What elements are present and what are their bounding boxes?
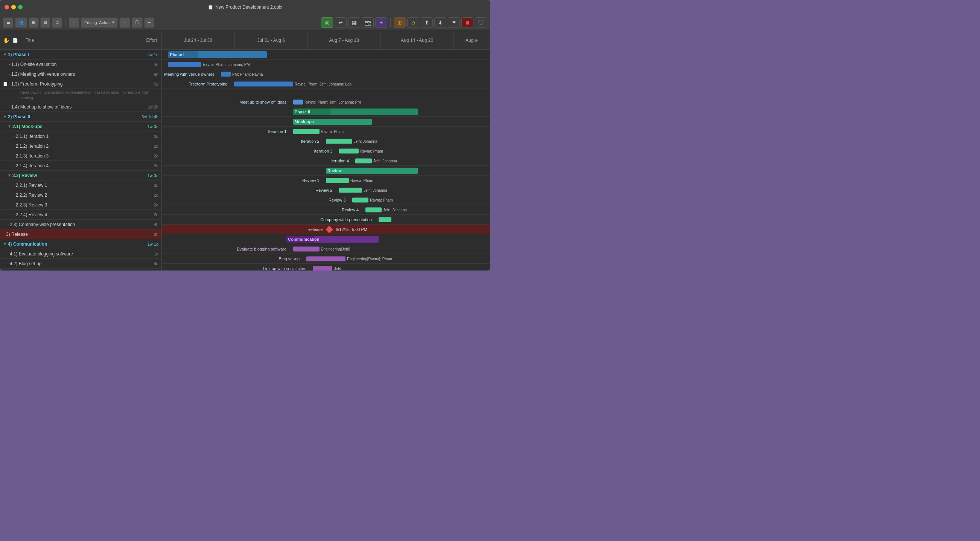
view-split-button[interactable]: ⊡ [52, 18, 62, 28]
gantt-bar[interactable] [352, 198, 369, 202]
gantt-chart: Phase IOn-site evaluationRavna; Pham; Jo… [162, 50, 490, 270]
milestone-row[interactable]: 3) Release 0h [0, 230, 161, 239]
expand-icon[interactable]: ⊕ [474, 38, 478, 43]
bar-label: Iteration 4 [331, 159, 349, 163]
arrow-right-icon: → [123, 20, 127, 25]
task-row[interactable]: • 4.3) Link up with social sites 1d [0, 269, 161, 270]
task-list: ▼ 1) Phase I 4w 1d • 1.1) On-site evalua… [0, 50, 162, 270]
task-row[interactable]: • 1.2) Meeting with venue owners 6h [0, 69, 161, 79]
gantt-bar[interactable] [293, 129, 320, 134]
task-row[interactable]: 📄 • 1.3) Freeform Prototyping 3w [0, 79, 161, 89]
gantt-row: On-site evaluationRavna; Pham; Johanna; … [162, 59, 490, 69]
collapse-triangle[interactable]: ▼ [3, 242, 7, 246]
nav-right-button[interactable]: → [119, 18, 130, 28]
week-header-3: Aug 7 - Aug 13 [308, 31, 381, 49]
main-area: ✋ 📄 Title Effort Jul 24 - Jul 30 Jul 31 … [0, 31, 490, 270]
gantt-bar[interactable] [221, 72, 231, 77]
resource-label: Jefri; Johanna [383, 207, 407, 212]
diamond-button[interactable]: ◇ [407, 18, 419, 28]
gantt-bar[interactable] [313, 266, 332, 270]
gantt-bar[interactable] [293, 246, 320, 251]
gantt-week-headers: Jul 24 - Jul 30 Jul 31 - Aug 6 Aug 7 - A… [162, 31, 490, 49]
nav-left-button[interactable]: ← [68, 18, 80, 28]
gantt-bar[interactable] [306, 256, 346, 261]
network-icon: ⊟ [44, 20, 47, 25]
gantt-button[interactable]: ⇌ [334, 18, 347, 28]
collapse-triangle[interactable]: ▼ [8, 124, 11, 128]
gantt-bar[interactable] [355, 158, 372, 163]
task-row[interactable]: • 2.2.2) Review 2 2d [0, 190, 161, 200]
gantt-icon: ⇌ [338, 19, 343, 26]
gantt-row: Blog set-upEngineering[Ravna]; Pham [162, 254, 490, 264]
toolbar-sep-2 [390, 18, 391, 27]
gantt-bar[interactable] [293, 99, 303, 104]
filter-button[interactable]: ⊸ [144, 18, 154, 28]
gantt-bar[interactable] [379, 217, 392, 222]
close-button[interactable] [5, 5, 9, 10]
view-outline-button[interactable]: ☰ [3, 18, 14, 28]
task-row[interactable]: • 4.2) Blog set-up 4d [0, 259, 161, 269]
task-row[interactable]: • 2.1.1) Iteration 1 2d [0, 131, 161, 141]
upload-button[interactable]: ⬆ [421, 18, 433, 28]
task-row[interactable]: • 2.2.4) Review 4 2d [0, 210, 161, 220]
collapse-triangle[interactable]: ▼ [3, 53, 7, 56]
calendar-button[interactable]: ▦ [348, 18, 360, 28]
task-row[interactable]: ▼ 2) Phase II 3w 1d 4h [0, 112, 161, 122]
resource-button[interactable]: ◎ [321, 18, 333, 28]
task-row[interactable]: ▼ 1) Phase I 4w 1d [0, 50, 161, 59]
gantt-bar[interactable] [168, 62, 201, 67]
gantt-row: Phase I [162, 50, 490, 59]
task-row[interactable]: • 2.1.2) Iteration 2 2d [0, 141, 161, 151]
header-strip: ✋ 📄 Title Effort Jul 24 - Jul 30 Jul 31 … [0, 31, 490, 50]
task-row[interactable]: • 2.1.4) Iteration 4 2d [0, 161, 161, 171]
bullet-icon: • [14, 184, 15, 187]
actions-button[interactable]: ✦ [375, 18, 387, 28]
milestone-date-label: 8/12/16, 5:00 PM [336, 227, 368, 232]
task-row[interactable]: • 2.3) Company-wide presentation 4h [0, 220, 161, 230]
gantt-bar[interactable] [234, 81, 293, 86]
bullet-icon: • [8, 262, 9, 265]
editing-dropdown[interactable]: Editing: Actual ▾ [81, 18, 118, 28]
gantt-bar[interactable] [326, 178, 349, 183]
app-window: 📋 New Product Development 2.oplx ☰ 👥 ⊞ ⊟… [0, 0, 490, 270]
gantt-bar[interactable] [326, 139, 352, 144]
title-icon: 📋 [208, 5, 213, 10]
download-button[interactable]: ⬇ [434, 18, 446, 28]
bullet-icon: • [14, 164, 15, 167]
flag-icon: ⚑ [452, 19, 457, 26]
gantt-row: Review 2Jefri; Johanna [162, 185, 490, 195]
task-row[interactable]: • 2.1.3) Iteration 3 2d [0, 151, 161, 161]
collapse-triangle[interactable]: ▼ [8, 173, 11, 177]
info-button[interactable]: ⓘ [132, 18, 143, 28]
resource-label: PM; Pham; Ravna [232, 72, 262, 76]
gantt-row: Meet up to show off ideasRavna; Pham; Je… [162, 97, 490, 107]
view-network-button[interactable]: ⊟ [40, 18, 51, 28]
task-row[interactable]: ▼ 4) Communication 1w 1d [0, 239, 161, 249]
maximize-button[interactable] [18, 5, 22, 10]
bullet-icon: • [8, 252, 9, 255]
task-row[interactable]: • 2.2.3) Review 3 2d [0, 200, 161, 210]
gantt-bar[interactable] [339, 188, 362, 193]
camera-button[interactable]: 📷 [362, 18, 374, 28]
task-row[interactable]: • 1.4) Meet up to show off ideas 1d 2h [0, 102, 161, 112]
task-row[interactable]: • 2.2.1) Review 1 2d [0, 180, 161, 190]
stop-button[interactable]: ⏹ [461, 18, 473, 28]
flag-button[interactable]: ⚑ [448, 18, 460, 28]
minimize-button[interactable] [11, 5, 16, 10]
view-grid-button[interactable]: ⊞ [29, 18, 39, 28]
task-row[interactable]: ▼ 2.2) Review 1w 3d [0, 171, 161, 180]
gantt-row: Release8/12/16, 5:00 PM [162, 225, 490, 235]
collapse-triangle[interactable]: ▼ [3, 115, 7, 119]
view-team-button[interactable]: 👥 [15, 18, 27, 28]
task-row[interactable]: • 4.1) Evaluate blogging software 1d [0, 249, 161, 259]
task-row[interactable]: • 1.1) On-site evaluation 4d [0, 59, 161, 69]
task-row[interactable]: ▼ 2.1) Mock-ups 1w 3d [0, 122, 161, 131]
bar-label: Review 1 [302, 178, 319, 183]
gantt-bar[interactable] [339, 148, 359, 153]
help-button[interactable]: ⓘ [475, 18, 487, 28]
bar-label: Review 3 [329, 198, 345, 202]
table-view-button[interactable]: ⊞ [394, 18, 406, 28]
bar-label: Iteration 2 [301, 139, 320, 144]
gantt-bar[interactable] [366, 207, 382, 212]
gantt-row: Communication [162, 235, 490, 244]
